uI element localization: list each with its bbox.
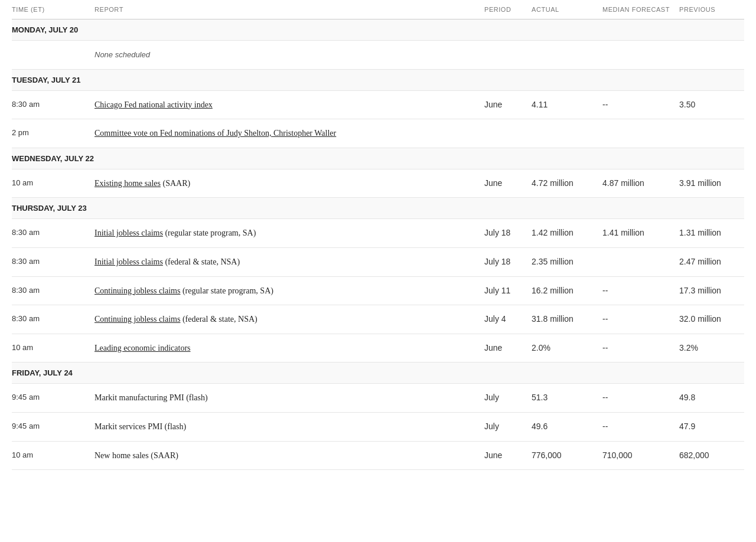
cell-median bbox=[602, 119, 679, 148]
calendar-table: TIME (ET) REPORT PERIOD ACTUAL MEDIAN FO… bbox=[12, 0, 744, 470]
cell-report: Markit services PMI (flash) bbox=[94, 412, 484, 441]
cell-previous: 2.47 million bbox=[679, 247, 744, 276]
report-link[interactable]: Existing home sales bbox=[94, 179, 161, 188]
report-link[interactable]: Chicago Fed national activity index bbox=[94, 100, 213, 109]
header-period: PERIOD bbox=[484, 0, 532, 19]
day-header-row: FRIDAY, JULY 24 bbox=[12, 363, 744, 384]
cell-previous: 32.0 million bbox=[679, 305, 744, 334]
economic-calendar: TIME (ET) REPORT PERIOD ACTUAL MEDIAN FO… bbox=[0, 0, 756, 470]
cell-time: 10 am bbox=[12, 334, 94, 363]
cell-report[interactable]: Initial jobless claims (regular state pr… bbox=[94, 219, 484, 248]
report-suffix: (federal & state, NSA) bbox=[163, 257, 240, 266]
table-row: 8:30 amInitial jobless claims (federal &… bbox=[12, 247, 744, 276]
cell-report[interactable]: Existing home sales (SAAR) bbox=[94, 169, 484, 198]
report-suffix: (regular state program, SA) bbox=[180, 286, 273, 295]
day-header-row: MONDAY, JULY 20 bbox=[12, 19, 744, 41]
cell-median: -- bbox=[602, 334, 679, 363]
day-label: TUESDAY, JULY 21 bbox=[12, 69, 744, 90]
cell-actual bbox=[532, 41, 602, 70]
cell-actual: 31.8 million bbox=[532, 305, 602, 334]
cell-period: July bbox=[484, 412, 532, 441]
cell-time: 2 pm bbox=[12, 119, 94, 148]
table-row: 10 amNew home sales (SAAR)June776,000710… bbox=[12, 441, 744, 470]
day-label: WEDNESDAY, JULY 22 bbox=[12, 148, 744, 169]
cell-time: 10 am bbox=[12, 441, 94, 470]
cell-previous: 1.31 million bbox=[679, 219, 744, 248]
cell-report[interactable]: Continuing jobless claims (regular state… bbox=[94, 276, 484, 305]
day-header-row: THURSDAY, JULY 23 bbox=[12, 198, 744, 219]
cell-previous: 3.2% bbox=[679, 334, 744, 363]
cell-actual: 2.35 million bbox=[532, 247, 602, 276]
cell-time: 8:30 am bbox=[12, 247, 94, 276]
cell-median: -- bbox=[602, 276, 679, 305]
cell-actual: 4.11 bbox=[532, 90, 602, 119]
cell-time: 10 am bbox=[12, 169, 94, 198]
cell-period: July bbox=[484, 384, 532, 413]
cell-median: 1.41 million bbox=[602, 219, 679, 248]
cell-previous: 49.8 bbox=[679, 384, 744, 413]
table-row: None scheduled bbox=[12, 41, 744, 70]
cell-median: -- bbox=[602, 90, 679, 119]
table-row: 8:30 amChicago Fed national activity ind… bbox=[12, 90, 744, 119]
cell-median: -- bbox=[602, 384, 679, 413]
report-link[interactable]: Leading economic indicators bbox=[94, 344, 191, 352]
cell-median: -- bbox=[602, 412, 679, 441]
table-header: TIME (ET) REPORT PERIOD ACTUAL MEDIAN FO… bbox=[12, 0, 744, 19]
cell-median bbox=[602, 247, 679, 276]
cell-report[interactable]: Chicago Fed national activity index bbox=[94, 90, 484, 119]
cell-actual bbox=[532, 119, 602, 148]
cell-time: 8:30 am bbox=[12, 305, 94, 334]
cell-report: New home sales (SAAR) bbox=[94, 441, 484, 470]
cell-time: 8:30 am bbox=[12, 219, 94, 248]
cell-period: June bbox=[484, 441, 532, 470]
header-median: MEDIAN FORECAST bbox=[602, 0, 679, 19]
cell-period: July 18 bbox=[484, 219, 532, 248]
cell-report[interactable]: Leading economic indicators bbox=[94, 334, 484, 363]
cell-period: June bbox=[484, 90, 532, 119]
cell-period: June bbox=[484, 169, 532, 198]
cell-previous: 47.9 bbox=[679, 412, 744, 441]
table-row: 10 amLeading economic indicatorsJune2.0%… bbox=[12, 334, 744, 363]
cell-actual: 16.2 million bbox=[532, 276, 602, 305]
cell-actual: 776,000 bbox=[532, 441, 602, 470]
cell-period: July 4 bbox=[484, 305, 532, 334]
header-actual: ACTUAL bbox=[532, 0, 602, 19]
report-link[interactable]: Committee vote on Fed nominations of Jud… bbox=[94, 129, 336, 138]
report-link[interactable]: Initial jobless claims bbox=[94, 257, 163, 266]
cell-time bbox=[12, 41, 94, 70]
cell-median: 4.87 million bbox=[602, 169, 679, 198]
cell-previous: 3.91 million bbox=[679, 169, 744, 198]
table-row: 2 pmCommittee vote on Fed nominations of… bbox=[12, 119, 744, 148]
cell-report[interactable]: Initial jobless claims (federal & state,… bbox=[94, 247, 484, 276]
cell-period bbox=[484, 119, 532, 148]
cell-report: Markit manufacturing PMI (flash) bbox=[94, 384, 484, 413]
cell-report[interactable]: Committee vote on Fed nominations of Jud… bbox=[94, 119, 484, 148]
report-suffix: (federal & state, NSA) bbox=[180, 315, 257, 324]
cell-previous: 3.50 bbox=[679, 90, 744, 119]
cell-previous: 17.3 million bbox=[679, 276, 744, 305]
report-link[interactable]: Initial jobless claims bbox=[94, 228, 163, 237]
header-report: REPORT bbox=[94, 0, 484, 19]
table-row: 8:30 amContinuing jobless claims (federa… bbox=[12, 305, 744, 334]
header-time: TIME (ET) bbox=[12, 0, 94, 19]
report-link[interactable]: Continuing jobless claims bbox=[94, 286, 180, 295]
table-body: MONDAY, JULY 20None scheduledTUESDAY, JU… bbox=[12, 19, 744, 470]
cell-time: 9:45 am bbox=[12, 384, 94, 413]
none-scheduled-label: None scheduled bbox=[94, 50, 150, 59]
cell-previous bbox=[679, 41, 744, 70]
cell-period: June bbox=[484, 334, 532, 363]
day-header-row: TUESDAY, JULY 21 bbox=[12, 69, 744, 90]
header-previous: PREVIOUS bbox=[679, 0, 744, 19]
day-label: MONDAY, JULY 20 bbox=[12, 19, 744, 41]
cell-time: 9:45 am bbox=[12, 412, 94, 441]
cell-report[interactable]: Continuing jobless claims (federal & sta… bbox=[94, 305, 484, 334]
cell-time: 8:30 am bbox=[12, 90, 94, 119]
report-suffix: (regular state program, SA) bbox=[163, 228, 256, 237]
report-link[interactable]: Continuing jobless claims bbox=[94, 315, 180, 324]
cell-median: -- bbox=[602, 305, 679, 334]
table-row: 8:30 amInitial jobless claims (regular s… bbox=[12, 219, 744, 248]
table-row: 10 amExisting home sales (SAAR)June4.72 … bbox=[12, 169, 744, 198]
report-suffix: (SAAR) bbox=[161, 179, 190, 188]
table-row: 9:45 amMarkit services PMI (flash)July49… bbox=[12, 412, 744, 441]
cell-actual: 4.72 million bbox=[532, 169, 602, 198]
